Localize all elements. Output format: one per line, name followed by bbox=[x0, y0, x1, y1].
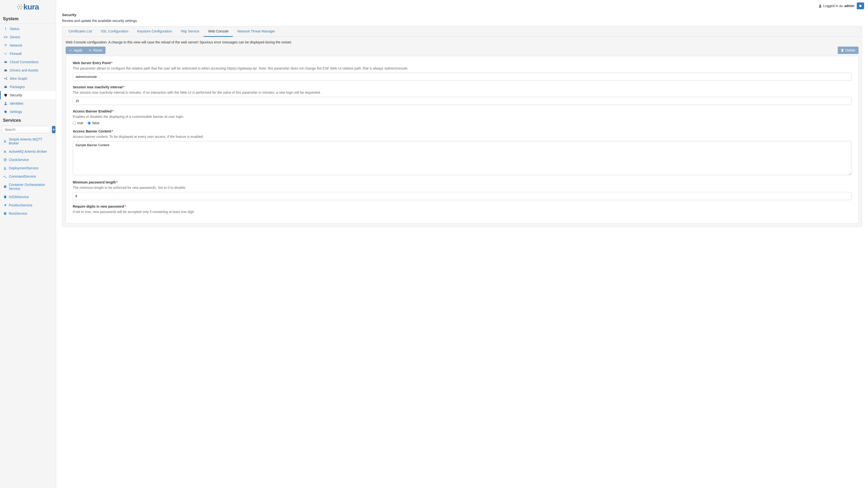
rss-icon bbox=[3, 139, 7, 143]
sidebar-item-packages[interactable]: Packages bbox=[0, 83, 56, 91]
system-nav: Status Device Network Firewall Cloud Con… bbox=[0, 24, 56, 116]
services-list: Simple Artemis MQTT Broker ActiveMQ Arte… bbox=[0, 135, 56, 218]
settings-panel: Certificates ListSSL ConfigurationKeysto… bbox=[62, 26, 862, 227]
tab-network-threat-manager[interactable]: Network Threat Manager bbox=[233, 26, 279, 36]
inactivity-help: The session max inactivity interval in m… bbox=[73, 91, 851, 94]
service-item-label: Container Orchestration Service bbox=[9, 183, 53, 191]
fire-icon bbox=[4, 52, 7, 55]
entry-input[interactable] bbox=[73, 73, 851, 81]
tab-ssl-configuration[interactable]: SSL Configuration bbox=[96, 26, 133, 36]
banner-true-radio[interactable] bbox=[73, 122, 76, 125]
service-item-label: RestService bbox=[9, 212, 27, 216]
sidebar-item-label: Wire Graph bbox=[10, 76, 27, 80]
service-item-label: CommandService bbox=[9, 174, 36, 178]
service-item-simple-artemis-mqtt-broker[interactable]: Simple Artemis MQTT Broker bbox=[0, 135, 56, 148]
min-pwd-label: Minimum password length* bbox=[73, 180, 851, 184]
field-entry-point: Web Server Entry Point* This parameter a… bbox=[73, 61, 851, 81]
sidebar-item-wire-graph[interactable]: Wire Graph bbox=[0, 74, 56, 83]
logged-in-label: Logged in as bbox=[823, 4, 843, 8]
inactivity-input[interactable] bbox=[73, 97, 851, 105]
service-item-positionservice[interactable]: PositionService bbox=[0, 201, 56, 209]
sidebar-item-label: Settings bbox=[10, 110, 22, 114]
service-item-activemq-artemis-broker[interactable]: ActiveMQ Artemis Broker bbox=[0, 148, 56, 156]
user-icon bbox=[4, 102, 7, 105]
tab-keystore-configuration[interactable]: Keystore Configuration bbox=[133, 26, 176, 36]
field-banner-enabled: Access Banner Enabled* Enables or disabl… bbox=[73, 109, 851, 125]
min-pwd-input[interactable] bbox=[73, 192, 851, 200]
reset-button[interactable]: Reset bbox=[86, 46, 105, 54]
settings-gear-button[interactable] bbox=[857, 2, 864, 9]
sidebar-item-label: Firewall bbox=[10, 52, 22, 56]
service-item-restservice[interactable]: RestService bbox=[0, 209, 56, 218]
service-item-label: ClockService bbox=[9, 158, 29, 162]
form-panel: Web Server Entry Point* This parameter a… bbox=[66, 56, 859, 223]
toolbox-icon bbox=[4, 85, 7, 89]
service-item-deploymentservice[interactable]: DeploymentService bbox=[0, 164, 56, 172]
tab-certificates-list[interactable]: Certificates List bbox=[64, 26, 96, 36]
trash-icon bbox=[841, 48, 844, 52]
req-digits-label: Require digits in new password* bbox=[73, 204, 851, 208]
check-icon bbox=[69, 48, 72, 52]
sidebar-item-label: Drivers and Assets bbox=[10, 68, 38, 72]
main-content: Logged in as admin Security Review and u… bbox=[56, 0, 868, 488]
service-item-clockservice[interactable]: ClockService bbox=[0, 156, 56, 164]
sidebar-item-status[interactable]: Status bbox=[0, 25, 56, 33]
section-system-title: System bbox=[0, 14, 56, 24]
service-item-label: DeploymentService bbox=[9, 166, 38, 170]
tab-web-console[interactable]: Web Console bbox=[204, 26, 233, 37]
cloud-icon bbox=[4, 60, 7, 64]
sidebar-item-label: Security bbox=[10, 93, 22, 97]
tabs: Certificates ListSSL ConfigurationKeysto… bbox=[62, 26, 862, 37]
sidebar: kura System Status Device Network Firewa… bbox=[0, 0, 56, 488]
circleright-icon bbox=[3, 185, 7, 188]
download-icon bbox=[3, 166, 7, 170]
apply-button[interactable]: Apply bbox=[66, 46, 86, 54]
inactivity-label: Session max inactivity interval* bbox=[73, 85, 851, 89]
banner-true-option[interactable]: true bbox=[73, 121, 83, 125]
clock-icon bbox=[3, 158, 7, 162]
graph-icon bbox=[4, 77, 7, 80]
service-item-label: Simple Artemis MQTT Broker bbox=[9, 137, 53, 145]
page-title: Security bbox=[62, 13, 862, 17]
min-pwd-help: The minimum length to be enforced for ne… bbox=[73, 186, 851, 190]
sidebar-item-security[interactable]: Security bbox=[0, 91, 56, 99]
tab-http-service[interactable]: Http Service bbox=[176, 26, 204, 36]
apply-label: Apply bbox=[74, 48, 82, 52]
logo-dots-icon bbox=[17, 4, 23, 10]
gear-icon bbox=[4, 110, 7, 113]
service-item-label: ActiveMQ Artemis Broker bbox=[9, 150, 47, 154]
service-item-h2dbservice[interactable]: H2DbService bbox=[0, 193, 56, 201]
briefcase-icon bbox=[4, 69, 7, 72]
hdd-icon bbox=[4, 35, 7, 39]
add-service-button[interactable] bbox=[52, 126, 55, 133]
banner-false-radio[interactable] bbox=[88, 122, 91, 125]
banner-false-option[interactable]: false bbox=[88, 121, 100, 125]
sidebar-item-drivers-and-assets[interactable]: Drivers and Assets bbox=[0, 66, 56, 74]
user-info: Logged in as admin bbox=[818, 4, 854, 8]
plus-icon bbox=[52, 128, 55, 131]
service-item-commandservice[interactable]: CommandService bbox=[0, 172, 56, 181]
services-search-input[interactable] bbox=[2, 126, 50, 133]
brand-text: kura bbox=[24, 2, 39, 11]
sidebar-item-firewall[interactable]: Firewall bbox=[0, 50, 56, 58]
wifi-icon bbox=[4, 44, 7, 47]
service-item-label: PositionService bbox=[9, 203, 32, 207]
service-item-container-orchestration-service[interactable]: Container Orchestration Service bbox=[0, 181, 56, 193]
exclaim-icon bbox=[4, 27, 7, 31]
page-desc: Review and update the available security… bbox=[62, 19, 862, 23]
sidebar-item-network[interactable]: Network bbox=[0, 41, 56, 50]
sidebar-item-device[interactable]: Device bbox=[0, 33, 56, 41]
sidebar-item-cloud-connections[interactable]: Cloud Connections bbox=[0, 58, 56, 66]
db-icon bbox=[3, 195, 7, 199]
sidebar-item-settings[interactable]: Settings bbox=[0, 108, 56, 116]
x-icon bbox=[88, 48, 92, 52]
field-inactivity: Session max inactivity interval* The ses… bbox=[73, 85, 851, 105]
entry-help: This parameter allows to configure the r… bbox=[73, 66, 851, 70]
delete-button[interactable]: Delete bbox=[838, 46, 859, 54]
banner-content-textarea[interactable] bbox=[73, 141, 851, 175]
req-digits-help: If set to true, new passwords will be ac… bbox=[73, 210, 851, 214]
terminal-icon bbox=[3, 175, 7, 178]
field-banner-content: Access Banner Content* Access banner con… bbox=[73, 129, 851, 176]
sidebar-item-label: Network bbox=[10, 43, 22, 47]
sidebar-item-identities[interactable]: Identities bbox=[0, 99, 56, 108]
